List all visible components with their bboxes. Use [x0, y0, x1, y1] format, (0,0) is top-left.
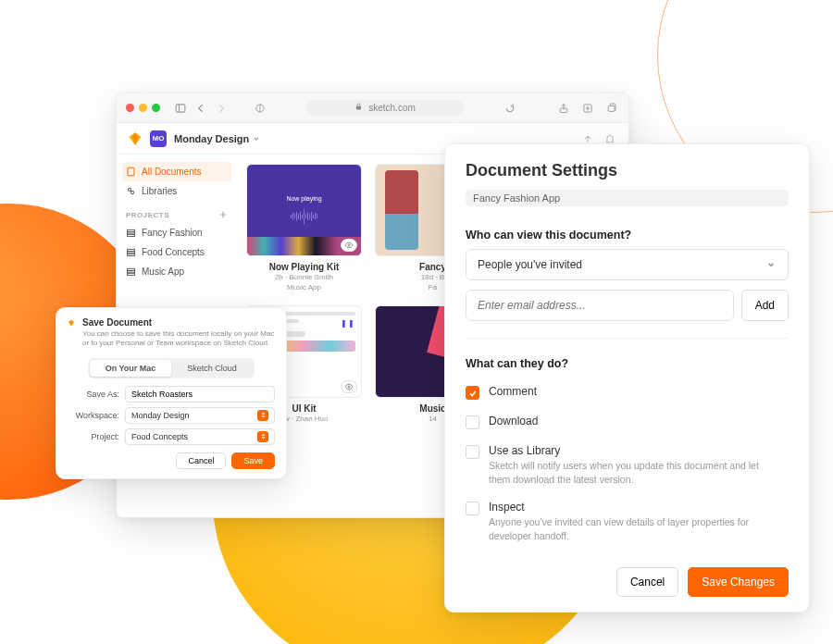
share-icon[interactable] — [556, 101, 571, 116]
chevron-down-icon — [253, 135, 260, 142]
svg-rect-24 — [128, 273, 135, 275]
close-dot[interactable] — [126, 104, 134, 112]
workspace-badge: MO — [150, 130, 167, 147]
traffic-lights — [126, 104, 160, 112]
svg-point-12 — [128, 188, 131, 191]
view-access-select[interactable]: People you've invited — [466, 249, 789, 280]
window-toolbar: sketch.com — [117, 93, 628, 123]
document-project: Music App — [246, 282, 362, 292]
view-access-value: People you've invited — [478, 258, 582, 271]
nav-back-icon[interactable] — [193, 101, 208, 116]
permission-inspect[interactable]: Inspect Anyone you've invited can view d… — [466, 501, 789, 542]
document-thumbnail: Now playing — [246, 164, 362, 256]
svg-rect-18 — [128, 234, 135, 236]
svg-rect-0 — [176, 104, 185, 111]
save-as-input[interactable] — [125, 386, 275, 402]
permission-label: Inspect — [489, 501, 776, 514]
project-label: Project: — [68, 432, 119, 441]
sidebar-item-all-documents[interactable]: All Documents — [122, 162, 231, 181]
sidebar-projects-heading: PROJECTS — [117, 201, 237, 223]
svg-point-13 — [131, 192, 134, 194]
address-url: sketch.com — [368, 103, 416, 113]
sidebar-toggle-icon[interactable] — [173, 101, 188, 116]
permission-label: Use as Library — [489, 444, 776, 457]
panel-title: Document Settings — [466, 161, 789, 180]
checkbox-icon — [466, 445, 479, 459]
permission-label: Comment — [489, 385, 537, 398]
sketch-logo-icon — [68, 319, 75, 334]
folder-icon — [126, 228, 136, 238]
now-playing-label: Now playing — [286, 195, 321, 202]
workspace-switcher[interactable]: Monday Design — [174, 133, 260, 144]
svg-rect-8 — [608, 105, 615, 111]
svg-point-25 — [348, 244, 350, 246]
checkbox-icon — [466, 386, 479, 400]
save-location-segment: On Your Mac Sketch Cloud — [88, 358, 255, 378]
checkbox-icon — [466, 415, 479, 429]
sidebar-item-label: Food Concepts — [142, 247, 205, 257]
sidebar-item-libraries[interactable]: Libraries — [117, 181, 237, 201]
preview-icon[interactable] — [341, 239, 357, 252]
sidebar-item-food-concepts[interactable]: Food Concepts — [117, 242, 237, 262]
sidebar-item-label: Music App — [142, 266, 184, 277]
permissions-heading: What can they do? — [466, 357, 789, 370]
permission-use-as-library[interactable]: Use as Library Sketch will notify users … — [466, 444, 789, 486]
svg-rect-11 — [128, 167, 134, 176]
save-as-label: Save As: — [68, 390, 119, 399]
segment-sketch-cloud[interactable]: Sketch Cloud — [171, 360, 253, 377]
workspace-select[interactable]: Monday Design — [125, 407, 275, 424]
libraries-icon — [126, 186, 136, 196]
permission-comment[interactable]: Comment — [466, 385, 789, 400]
svg-rect-3 — [356, 106, 361, 110]
segment-on-your-mac[interactable]: On Your Mac — [90, 360, 171, 377]
sidebar-item-label: Fancy Fashion — [142, 228, 203, 238]
chevron-updown-icon — [257, 431, 268, 442]
document-card[interactable]: Now playing Now Playing Kit 2h · Bonnie … — [246, 164, 362, 292]
zoom-dot[interactable] — [152, 104, 160, 112]
save-changes-button[interactable]: Save Changes — [688, 567, 789, 597]
checkbox-icon — [466, 502, 479, 515]
permission-download[interactable]: Download — [466, 415, 789, 429]
nav-forward-icon[interactable] — [214, 101, 229, 116]
document-name-tag: Fancy Fashion App — [466, 190, 789, 206]
document-icon — [126, 167, 136, 177]
cancel-button[interactable]: Cancel — [176, 452, 226, 469]
preview-icon[interactable] — [341, 380, 357, 393]
tabs-icon[interactable] — [604, 101, 619, 116]
lock-icon — [354, 103, 363, 113]
divider — [466, 338, 789, 339]
cancel-button[interactable]: Cancel — [616, 567, 678, 597]
minimize-dot[interactable] — [139, 104, 147, 112]
waveform-icon — [291, 207, 317, 226]
new-tab-icon[interactable] — [580, 101, 595, 116]
svg-point-26 — [348, 386, 350, 388]
sketch-logo-icon — [128, 131, 143, 146]
project-select[interactable]: Food Concepts — [125, 428, 275, 445]
chevron-updown-icon — [257, 410, 268, 421]
folder-icon — [126, 247, 136, 257]
save-button[interactable]: Save — [231, 452, 275, 469]
save-document-dialog: Save Document You can choose to save thi… — [56, 307, 287, 479]
workspace-select-value: Monday Design — [131, 411, 190, 420]
address-bar[interactable]: sketch.com — [306, 100, 464, 116]
dialog-title: Save Document — [82, 317, 275, 328]
project-select-value: Food Concepts — [131, 432, 188, 441]
shield-icon[interactable] — [253, 101, 267, 116]
add-button[interactable]: Add — [741, 290, 789, 321]
svg-rect-21 — [128, 254, 135, 255]
chevron-down-icon — [765, 259, 777, 270]
sidebar-item-music-app[interactable]: Music App — [117, 262, 237, 281]
add-project-icon[interactable] — [218, 210, 228, 219]
sidebar-item-label: All Documents — [142, 167, 201, 177]
sidebar-item-fancy-fashion[interactable]: Fancy Fashion — [117, 223, 237, 242]
workspace-label: Workspace: — [68, 411, 119, 420]
document-settings-panel: Document Settings Fancy Fashion App Who … — [444, 143, 810, 613]
pause-icon: ❚❚ — [341, 319, 355, 328]
invite-email-input[interactable] — [466, 290, 734, 321]
permission-hint: Sketch will notify users when you update… — [489, 459, 776, 486]
dialog-description: You can choose to save this document loc… — [82, 329, 275, 349]
permission-label: Download — [489, 415, 538, 427]
document-title: Now Playing Kit — [246, 262, 362, 272]
sidebar-item-label: Libraries — [142, 186, 177, 196]
document-meta: 2h · Bonnie Smith — [246, 272, 362, 282]
